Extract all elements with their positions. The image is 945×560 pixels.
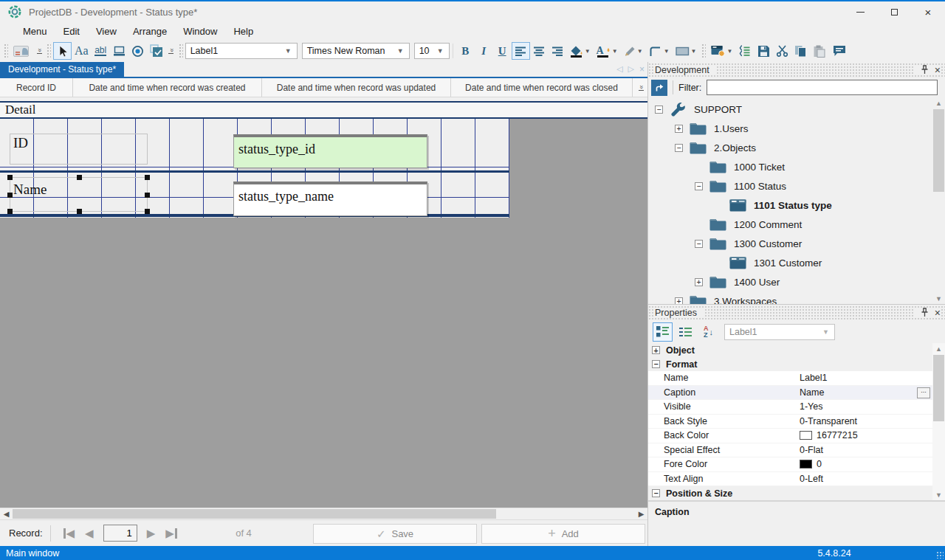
toolbar-grip[interactable] [179,44,183,58]
tree-item[interactable]: +1400 User [648,272,945,291]
menu-item-window[interactable]: Window [175,24,225,39]
id-label-control[interactable]: ID [10,134,148,165]
collapse-expander-icon[interactable]: − [652,489,660,497]
field-list-button[interactable] [735,42,755,60]
tree-item[interactable]: −1100 Status [648,176,945,196]
property-row-back-color[interactable]: Back Color16777215 [648,429,945,443]
column-header[interactable]: Date and time when record was closed [451,78,633,97]
close-pane-icon[interactable]: × [935,308,941,318]
tab-next-icon[interactable]: ▷ [628,64,634,75]
collapse-expander-icon[interactable]: − [652,360,660,368]
property-value[interactable]: 0-Flat [800,445,945,455]
properties-scrollbar-thumb[interactable] [933,355,944,421]
tree-item[interactable]: 1301 Customer [648,253,945,272]
detail-section-header[interactable]: Detail [0,101,647,119]
property-row-text-align[interactable]: Text Align0-Left [648,472,945,487]
property-row-fore-color[interactable]: Fore Color0 [648,457,945,472]
next-record-button[interactable]: ▶ [142,527,161,540]
toolbar-grip[interactable] [4,44,8,58]
status-type-id-field-control[interactable]: status_type_id [233,134,427,168]
horizontal-scrollbar-thumb[interactable] [13,509,496,519]
save-button[interactable]: ✓ Save [313,524,477,544]
pen-style-button[interactable]: ▼ [621,42,646,60]
menu-item-menu[interactable]: Menu [15,24,55,39]
resize-handle[interactable] [77,175,82,180]
align-right-button[interactable] [549,42,567,60]
object-card-icon[interactable] [10,42,34,60]
property-value[interactable]: 0 [800,459,945,469]
resize-handle[interactable] [145,209,150,214]
sort-alphabetical-button[interactable]: AZ↓ [698,322,718,342]
collapse-expander-icon[interactable]: − [675,144,683,152]
shape-rectangle-button[interactable]: ▼ [673,42,700,60]
textbox-tool[interactable]: abl [92,42,110,60]
column-header[interactable]: Date and time when record was updated [262,78,451,97]
label-tool[interactable]: Aa [72,42,92,60]
toolbar-overflow-button[interactable]: » [34,42,44,60]
select-pointer-tool[interactable] [53,42,72,60]
align-center-button[interactable] [530,42,549,60]
menu-item-help[interactable]: Help [225,24,261,39]
record-number-input[interactable] [103,525,137,542]
close-button[interactable]: × [911,1,945,22]
resize-grip[interactable] [936,551,944,559]
font-color-button[interactable]: A ▼ [594,42,621,60]
tree-item[interactable]: 1000 Ticket [648,157,945,176]
resize-handle[interactable] [7,209,13,214]
tree-item[interactable]: +3.Workspaces [648,291,945,304]
previous-record-button[interactable]: ◀ [80,527,99,540]
add-button[interactable]: + Add [481,524,645,544]
property-section-position-size[interactable]: −Position & Size [648,486,945,500]
properties-scrollbar[interactable]: ▲ ▼ [932,343,945,500]
tree-item[interactable]: −SUPPORT [648,100,945,119]
tab-development-status-type[interactable]: Development - Status type* [0,62,124,77]
minimize-button[interactable] [843,1,877,22]
object-selector-combo[interactable]: Label1 ▼ [185,43,298,59]
fill-color-button[interactable]: ▼ [567,42,594,60]
resize-handle[interactable] [7,193,13,198]
ellipsis-editor-button[interactable]: ... [917,387,930,398]
column-overflow-button[interactable]: » [636,79,646,97]
toolbar-grip[interactable] [701,44,706,58]
pin-icon[interactable] [921,65,929,75]
italic-button[interactable]: I [475,42,493,60]
property-row-caption[interactable]: CaptionName... [648,386,945,401]
collapse-expander-icon[interactable]: − [695,240,703,248]
tab-close-icon[interactable]: × [639,64,645,75]
expand-expander-icon[interactable]: + [675,297,683,305]
tree-item[interactable]: −1300 Customer [648,234,945,253]
copy-icon-button[interactable] [791,42,810,60]
status-type-name-field-control[interactable]: status_type_name [233,182,427,216]
scroll-up-icon[interactable]: ▲ [932,343,945,354]
tree-item[interactable]: −2.Objects [648,138,945,157]
property-value[interactable]: 16777215 [800,430,945,440]
filter-input[interactable] [707,80,938,95]
expand-expander-icon[interactable]: + [652,346,660,354]
property-value[interactable]: 0-Left [800,474,945,484]
tree-scrollbar[interactable]: ▲ ▼ [932,97,945,304]
property-row-visible[interactable]: Visible1-Yes [648,400,945,415]
underline-button[interactable]: U [493,42,512,60]
form-wizard-button[interactable]: ▼ [708,42,735,60]
resize-handle[interactable] [145,193,150,198]
pin-icon[interactable] [921,308,929,317]
maximize-button[interactable] [877,1,911,22]
column-header[interactable]: Date and time when record was created [73,78,262,97]
form-designer-canvas[interactable]: ID status_type_id Name status_type_name [0,119,647,508]
scroll-right-icon[interactable]: ▶ [635,508,647,519]
property-value[interactable]: 0-Transparent [800,416,945,426]
property-section-format[interactable]: −Format [648,357,945,371]
button-tool[interactable] [110,42,128,60]
font-name-combo[interactable]: Times New Roman ▼ [302,43,410,59]
collapse-expander-icon[interactable]: − [655,106,663,114]
resize-handle[interactable] [7,175,13,180]
property-value[interactable]: Label1 [800,373,945,383]
scroll-down-icon[interactable]: ▼ [932,293,945,304]
checkbox-tool[interactable] [147,42,166,60]
toolbar-overflow-button[interactable]: » [166,42,176,60]
tree-scrollbar-thumb[interactable] [933,109,944,192]
property-row-name[interactable]: NameLabel1 [648,371,945,386]
name-label-control-selected[interactable]: Name [10,177,148,212]
categorized-view-button[interactable] [653,322,673,342]
last-record-button[interactable]: ▶ [160,527,182,540]
